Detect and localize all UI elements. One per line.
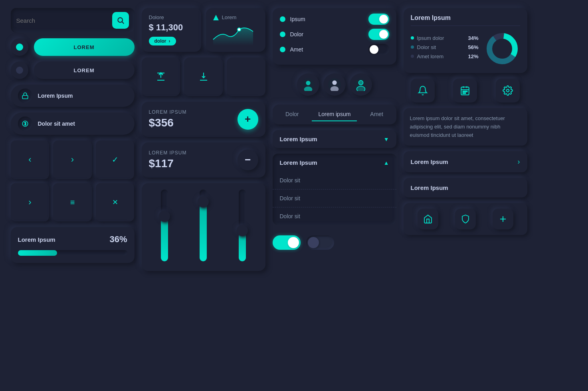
toggle3-label: Amet (290, 46, 303, 53)
svg-rect-30 (463, 91, 464, 92)
progress-fill (18, 250, 57, 256)
svg-point-0 (118, 18, 123, 22)
avatar-group (273, 70, 396, 99)
toggle-switch-1[interactable] (368, 14, 389, 25)
column-3: Ipsum Dolor Amet (273, 8, 396, 271)
tabs-container: Dolor Lorem ipsum Amet (273, 105, 396, 124)
list-item-2[interactable]: Lorem Ipsum (404, 178, 527, 197)
lock-button[interactable]: Lorem Ipsum (11, 85, 135, 107)
tab-lorem-ipsum[interactable]: Lorem ipsum (312, 108, 357, 121)
dropdown-expanded: Lorem Ipsum ▲ Dolor sit Dolor sit Dolor … (273, 154, 396, 225)
toggle2-label: Dolor (290, 31, 303, 38)
menu-button[interactable]: ≡ (53, 183, 92, 222)
stat-card-2: Lorem (206, 8, 265, 52)
dropdown-item-3[interactable]: Dolor sit (273, 207, 396, 225)
slider-2[interactable] (200, 190, 207, 261)
shield-icon (461, 214, 470, 224)
text-block-card: Lorem ipsum dolor sit amet, consectetuer… (404, 108, 527, 146)
lock-icon (22, 92, 29, 99)
search-input[interactable] (16, 17, 108, 24)
search-button[interactable] (112, 12, 129, 29)
avatar-3[interactable] (350, 73, 372, 96)
toggle-item-2: Dolor (280, 29, 389, 40)
shield-button[interactable] (455, 209, 476, 229)
big-toggle-off[interactable] (306, 235, 334, 250)
toggle-circle-2[interactable] (11, 61, 28, 79)
list-item-1[interactable]: Lorem Ipsum › (404, 151, 527, 172)
column-1: LOREM LOREM Lorem Ipsum (11, 8, 135, 271)
arrow-up-icon (213, 15, 219, 20)
bell-icon (418, 85, 428, 96)
lock-button-label: Lorem Ipsum (38, 93, 73, 99)
toggle-dark-row: LOREM (11, 61, 135, 79)
svg-point-35 (507, 89, 509, 92)
dollar-button[interactable]: Dolor sit amet (11, 113, 135, 135)
avatar-1[interactable] (297, 73, 319, 96)
toggle-switch-3[interactable] (368, 44, 389, 55)
slider-3[interactable] (239, 190, 246, 261)
chevron-right-icon-1: › (518, 158, 520, 166)
legend-item-1: Ipsum dolor 34% (411, 35, 479, 41)
column-2: Dolore $ 11,300 dolor › Lorem (142, 8, 265, 271)
close-button[interactable]: ✕ (96, 183, 135, 222)
svg-line-1 (122, 22, 124, 24)
download-button[interactable] (184, 57, 223, 96)
search-icon (117, 16, 125, 24)
legend-item-2: Dolor sit 56% (411, 44, 479, 50)
chevron-left-button[interactable]: ‹ (11, 140, 49, 179)
check-button[interactable]: ✓ (96, 140, 135, 179)
chevron-right2-button[interactable]: › (11, 183, 49, 222)
home-button[interactable] (418, 209, 438, 229)
gear-button[interactable] (496, 79, 520, 103)
dropdown-item-1[interactable]: Dolor sit (273, 172, 396, 190)
dot-2 (280, 32, 285, 37)
dropdown-closed[interactable]: Lorem Ipsum ▼ (273, 130, 396, 148)
legend-val-2: 56% (468, 44, 478, 50)
slider-1[interactable] (161, 190, 168, 261)
dropdown-header[interactable]: Lorem Ipsum ▲ (273, 154, 396, 172)
donut-title: Lorem Ipsum (411, 14, 520, 26)
toggle-dot-2 (16, 67, 23, 74)
progress-value: 36% (109, 234, 127, 245)
list-item-1-label: Lorem Ipsum (411, 158, 448, 165)
column-4: Lorem Ipsum Ipsum dolor 34% Dolor sit 56… (404, 8, 527, 271)
chevron-right-button[interactable]: › (53, 140, 92, 179)
dropdown-label: Lorem Ipsum (280, 136, 317, 142)
upload-button[interactable] (142, 57, 180, 96)
stat1-badge[interactable]: dolor › (149, 37, 176, 45)
bell-button[interactable] (411, 79, 435, 103)
legend-dot-2 (411, 45, 414, 49)
legend-dot-3 (411, 55, 414, 58)
toggle-switch-2[interactable] (368, 29, 389, 40)
plus-button[interactable] (493, 209, 513, 229)
counter2-title: LOREM IPSUM (149, 150, 187, 156)
lorem-accent-button[interactable]: LOREM (34, 38, 135, 56)
bottom-icon-bar (404, 203, 527, 235)
svg-marker-4 (213, 15, 219, 20)
tab-amet[interactable]: Amet (364, 108, 390, 121)
svg-point-15 (332, 81, 337, 85)
toggle-dot-1 (16, 43, 23, 51)
donut-card: Lorem Ipsum Ipsum dolor 34% Dolor sit 56… (404, 8, 527, 73)
legend-val-1: 34% (468, 35, 478, 41)
lorem-dark-button[interactable]: LOREM (34, 61, 135, 79)
sliders-area (142, 183, 265, 271)
dropdown-up-icon: ▲ (384, 160, 389, 166)
progress-label: Lorem Ipsum (18, 236, 55, 243)
counter1-plus-button[interactable]: + (238, 109, 258, 130)
counter-card-2: LOREM IPSUM $117 − (142, 142, 265, 178)
legend-dot-1 (411, 36, 414, 39)
dollar-icon (22, 120, 29, 127)
avatar-2[interactable] (323, 73, 346, 96)
toggle-item-3: Amet (280, 44, 389, 55)
dropdown-item-2[interactable]: Dolor sit (273, 190, 396, 207)
calendar-button[interactable] (453, 79, 477, 103)
list-item-2-label: Lorem Ipsum (411, 184, 448, 191)
legend-item-3: Amet lorem 12% (411, 53, 479, 59)
avatar-icon-2 (328, 78, 341, 91)
mini-chart (213, 24, 253, 45)
tab-dolor[interactable]: Dolor (279, 108, 305, 121)
toggle-circle-1[interactable] (11, 38, 28, 56)
counter2-minus-button[interactable]: − (238, 150, 258, 170)
big-toggle-on[interactable] (273, 235, 301, 250)
